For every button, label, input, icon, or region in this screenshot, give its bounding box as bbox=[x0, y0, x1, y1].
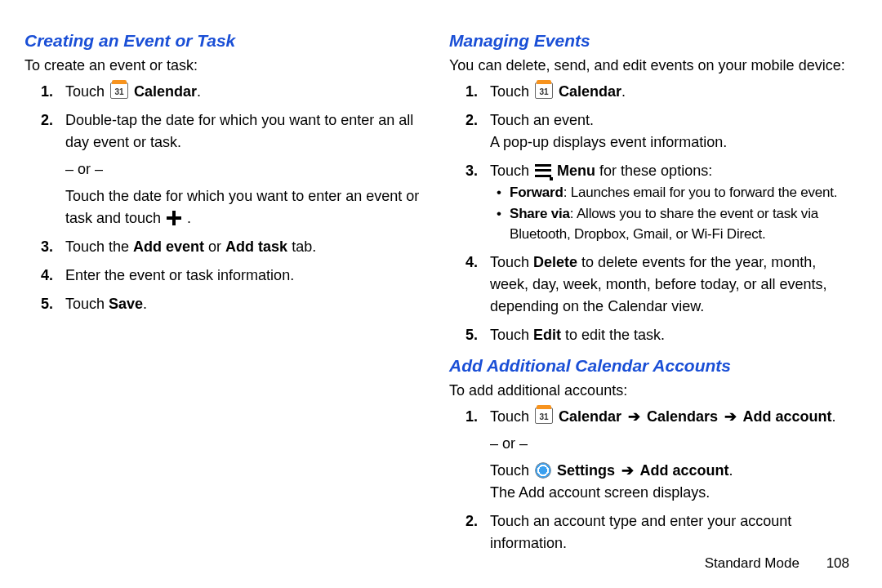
calendar-icon bbox=[535, 82, 553, 99]
or-separator: – or – bbox=[490, 433, 858, 455]
heading-managing-events: Managing Events bbox=[449, 31, 858, 51]
text: Touch bbox=[490, 327, 533, 343]
text: Menu bbox=[557, 163, 595, 179]
text: Add event bbox=[133, 238, 204, 255]
heading-add-accounts: Add Additional Calendar Accounts bbox=[449, 356, 858, 376]
arrow-icon: ➔ bbox=[628, 408, 640, 425]
intro-text: You can delete, send, and edit events on… bbox=[449, 57, 858, 74]
text: Calendars bbox=[643, 408, 722, 425]
step-3: Touch the Add event or Add task tab. bbox=[65, 236, 426, 258]
calendar-label: Calendar bbox=[559, 83, 621, 100]
left-column: Creating an Event or Task To create an e… bbox=[24, 26, 441, 572]
text: for these options: bbox=[595, 163, 712, 179]
steps-list-right-2: Touch Calendar ➔ Calendars ➔ Add account… bbox=[449, 406, 858, 555]
text: Add account bbox=[636, 462, 728, 479]
text: A pop-up displays event information. bbox=[490, 131, 858, 154]
text: . bbox=[143, 296, 147, 312]
text: The Add account screen displays. bbox=[490, 482, 858, 504]
text: Touch an event. bbox=[490, 112, 594, 128]
text: Enter the event or task information. bbox=[65, 267, 294, 283]
steps-list-left: Touch Calendar. Double-tap the date for … bbox=[24, 81, 426, 315]
text: Touch bbox=[490, 83, 533, 100]
footer-mode: Standard Mode bbox=[705, 555, 800, 571]
intro-text: To add additional accounts: bbox=[449, 382, 858, 399]
text: Double-tap the date for which you want t… bbox=[65, 112, 413, 150]
text: : Launches email for you to forward the … bbox=[564, 185, 838, 200]
or-separator: – or – bbox=[65, 158, 426, 180]
calendar-icon bbox=[535, 408, 553, 424]
text: Touch bbox=[490, 163, 533, 179]
step-2: Touch an event. A pop-up displays event … bbox=[490, 109, 858, 154]
text: Add task bbox=[225, 238, 287, 255]
calendar-label: Calendar bbox=[134, 83, 197, 100]
calendar-icon bbox=[110, 82, 128, 99]
text: . bbox=[831, 408, 835, 425]
text: . bbox=[728, 462, 733, 479]
menu-icon bbox=[535, 164, 551, 177]
arrow-icon: ➔ bbox=[724, 408, 737, 425]
text: or bbox=[204, 238, 225, 255]
text: Touch bbox=[490, 462, 533, 479]
text: Touch bbox=[65, 83, 109, 100]
text: Touch the bbox=[65, 238, 133, 255]
right-column: Managing Events You can delete, send, an… bbox=[441, 26, 858, 572]
step-4: Touch Delete to delete events for the ye… bbox=[490, 252, 858, 318]
step-5: Touch Save. bbox=[65, 293, 426, 315]
text: Forward bbox=[510, 185, 564, 200]
text: Touch bbox=[490, 408, 533, 425]
text: Edit bbox=[533, 327, 561, 343]
text: Settings bbox=[557, 462, 619, 479]
heading-creating-event: Creating an Event or Task bbox=[24, 31, 426, 51]
sub-share-via: •Share via: Allows you to share the even… bbox=[510, 203, 858, 245]
step-3: Touch Menu for these options: •Forward: … bbox=[490, 160, 858, 245]
text: tab. bbox=[287, 238, 316, 255]
step-1: Touch Calendar. bbox=[490, 81, 858, 103]
step-2: Double-tap the date for which you want t… bbox=[65, 109, 426, 229]
sub-forward: •Forward: Launches email for you to forw… bbox=[510, 182, 858, 203]
step-4: Enter the event or task information. bbox=[65, 265, 426, 287]
steps-list-right-1: Touch Calendar. Touch an event. A pop-up… bbox=[449, 81, 858, 346]
manual-page: Creating an Event or Task To create an e… bbox=[0, 0, 882, 588]
text: to edit the task. bbox=[561, 327, 665, 343]
step-5: Touch Edit to edit the task. bbox=[490, 324, 858, 346]
page-number: 108 bbox=[826, 555, 849, 571]
text: Touch an account type and enter your acc… bbox=[490, 513, 791, 551]
plus-icon bbox=[167, 211, 181, 225]
text: Touch bbox=[65, 296, 109, 312]
arrow-icon: ➔ bbox=[621, 462, 634, 479]
text: Touch bbox=[490, 254, 533, 270]
page-footer: Standard Mode 108 bbox=[705, 555, 849, 572]
text: Share via bbox=[510, 206, 570, 221]
acc-step-2: Touch an account type and enter your acc… bbox=[490, 510, 858, 555]
intro-text: To create an event or task: bbox=[24, 57, 426, 74]
text: Delete bbox=[533, 254, 577, 270]
step-1: Touch Calendar. bbox=[65, 81, 426, 103]
text: Calendar bbox=[559, 408, 626, 425]
acc-step-1: Touch Calendar ➔ Calendars ➔ Add account… bbox=[490, 406, 858, 504]
settings-icon bbox=[535, 462, 551, 479]
text: Touch the date for which you want to ent… bbox=[65, 188, 419, 226]
text: Save bbox=[109, 296, 143, 312]
text: . bbox=[183, 210, 191, 226]
text: Add account bbox=[739, 408, 831, 425]
